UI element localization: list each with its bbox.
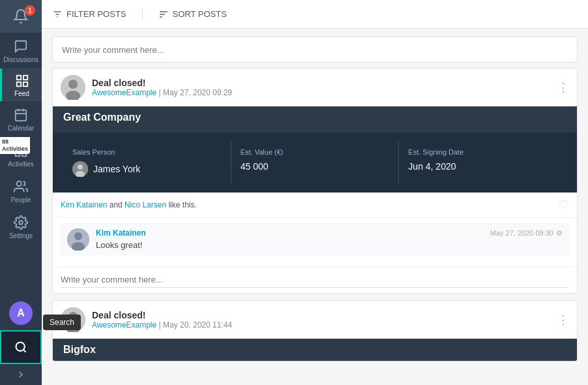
svg-point-23 <box>68 80 78 89</box>
post-title-2: Deal closed! <box>92 310 551 320</box>
chat-icon <box>14 39 28 54</box>
svg-rect-1 <box>23 76 27 80</box>
expand-sidebar-button[interactable] <box>0 364 42 385</box>
deal-company-1: Great Company <box>53 106 577 132</box>
people-icon <box>14 179 28 194</box>
post-title-1: Deal closed! <box>92 78 551 88</box>
svg-point-13 <box>19 221 23 224</box>
sidebar-label-activities: Activities <box>8 161 33 168</box>
filter-icon <box>52 9 63 20</box>
post-author-2: AwesomeExample | May 20, 2020 11:44 <box>92 320 551 330</box>
post-header-1: Deal closed! AwesomeExample | May 27, 20… <box>53 69 577 106</box>
top-comment-input[interactable] <box>62 45 568 55</box>
post-menu-2[interactable]: ⋮ <box>557 313 569 327</box>
post-author-link-1[interactable]: AwesomeExample <box>92 88 156 97</box>
activities-count-badge: 88Activities <box>0 137 30 154</box>
comment-input-area-1[interactable] <box>53 266 577 293</box>
deal-field-amount: 45 000 <box>241 161 390 172</box>
sort-posts-label: SORT POSTS <box>173 9 227 19</box>
post-date-1: | May 27, 2020 09:29 <box>159 88 233 97</box>
deal-field-label-date: Est. Signing Date <box>408 148 557 156</box>
comment-author-1[interactable]: Kim Katainen <box>96 228 146 238</box>
comment-text-1: Looks great! <box>96 240 563 250</box>
avatar: A <box>9 301 33 325</box>
post-likes-1: Kim Katainen and Nico Larsen like this. … <box>53 192 577 218</box>
post-avatar-1 <box>61 75 85 100</box>
notification-badge: 1 <box>25 5 35 16</box>
sidebar-label-calendar: Calendar <box>8 125 35 132</box>
post-menu-1[interactable]: ⋮ <box>557 80 569 95</box>
like-button-1[interactable]: ♡ <box>559 198 569 212</box>
post-date-2: | May 20, 2020 11:44 <box>159 320 233 330</box>
search-button[interactable] <box>0 330 42 364</box>
main-content: FILTER POSTS SORT POSTS <box>42 0 588 385</box>
filter-posts-label: FILTER POSTS <box>66 9 126 19</box>
post-header-2: Deal closed! AwesomeExample | May 20, 20… <box>53 301 577 339</box>
deal-banner-2: Bigfox <box>53 339 577 361</box>
search-tooltip: Search <box>43 315 81 330</box>
sidebar-item-discussions[interactable]: Discussions <box>0 33 42 69</box>
sort-posts-button[interactable]: SORT POSTS <box>158 9 227 20</box>
deal-field-label-value: Est. Value (€) <box>241 148 390 156</box>
sidebar-label-settings: Settings <box>9 232 33 239</box>
calendar-icon <box>14 108 28 122</box>
search-icon <box>14 341 27 354</box>
sort-icon <box>158 9 169 20</box>
comment-settings-icon[interactable]: ⚙ <box>556 229 563 238</box>
deal-field-value-salesperson: James York <box>72 161 222 177</box>
svg-rect-2 <box>16 82 20 86</box>
svg-rect-3 <box>23 82 27 86</box>
svg-rect-0 <box>16 76 20 80</box>
sidebar-item-settings[interactable]: Settings <box>0 209 42 245</box>
feed-icon <box>15 74 29 88</box>
comment-meta-1: Kim Katainen May 27, 2020 09:30 ⚙ <box>96 228 563 238</box>
sidebar-item-people[interactable]: People <box>0 173 42 209</box>
sidebar-item-avatar[interactable]: A <box>0 295 42 330</box>
sidebar-label-feed: Feed <box>14 90 29 97</box>
filter-posts-button[interactable]: FILTER POSTS <box>52 9 126 20</box>
feed-area: Deal closed! AwesomeExample | May 27, 20… <box>42 29 588 385</box>
svg-point-29 <box>74 232 82 240</box>
comment-body-1: Kim Katainen May 27, 2020 09:30 ⚙ Looks … <box>96 228 563 251</box>
comments-section-1: Kim Katainen May 27, 2020 09:30 ⚙ Looks … <box>53 218 577 266</box>
post-author-link-2[interactable]: AwesomeExample <box>92 320 156 330</box>
deal-field-date-value: Jun 4, 2020 <box>408 161 557 172</box>
sidebar-item-feed[interactable]: Feed <box>0 69 42 101</box>
deal-field-label-salesperson: Sales Person <box>72 148 222 156</box>
sidebar-bottom: A Search <box>0 295 42 385</box>
post-author-1: AwesomeExample | May 27, 2020 09:29 <box>92 88 551 97</box>
sidebar: 1 Discussions Feed Calendar Activities 8… <box>0 0 42 385</box>
sidebar-item-calendar[interactable]: Calendar <box>0 101 42 137</box>
deal-banner-1: Great Company Sales Person <box>53 106 577 192</box>
post-card-1: Deal closed! AwesomeExample | May 27, 20… <box>52 68 578 294</box>
svg-line-15 <box>23 350 26 352</box>
deal-field-value-eur: Est. Value (€) 45 000 <box>231 142 400 183</box>
sidebar-item-notifications[interactable]: 1 <box>0 0 42 33</box>
salesperson-name: James York <box>93 164 140 174</box>
comment-row-1: Kim Katainen May 27, 2020 09:30 ⚙ Looks … <box>61 223 569 256</box>
sidebar-item-activities[interactable]: Activities 88Activities <box>0 137 42 173</box>
deal-field-salesperson: Sales Person James York <box>63 142 231 183</box>
post-card-2: Deal closed! AwesomeExample | May 20, 20… <box>52 300 578 362</box>
likes-text-1: Kim Katainen and Nico Larsen like this. <box>61 200 197 209</box>
svg-point-14 <box>16 343 25 351</box>
sidebar-label-people: People <box>10 196 31 204</box>
liker-1[interactable]: Kim Katainen <box>61 200 107 209</box>
topbar-separator <box>142 8 143 21</box>
gear-icon <box>14 215 28 230</box>
sidebar-label-discussions: Discussions <box>3 56 38 63</box>
liker-2[interactable]: Nico Larsen <box>125 200 166 209</box>
deal-field-date: Est. Signing Date Jun 4, 2020 <box>399 142 566 183</box>
commenter-avatar-1 <box>67 228 89 251</box>
chevron-right-icon <box>16 369 26 380</box>
salesperson-avatar <box>72 161 88 177</box>
topbar: FILTER POSTS SORT POSTS <box>42 0 588 29</box>
svg-rect-4 <box>16 110 27 121</box>
deal-company-2: Bigfox <box>63 344 566 356</box>
comment-input-1[interactable] <box>61 272 569 288</box>
post-meta-2: Deal closed! AwesomeExample | May 20, 20… <box>92 310 551 330</box>
top-comment-box[interactable] <box>52 37 578 63</box>
svg-point-12 <box>17 181 22 186</box>
comment-time-1: May 27, 2020 09:30 ⚙ <box>490 229 563 238</box>
svg-point-26 <box>78 164 83 170</box>
